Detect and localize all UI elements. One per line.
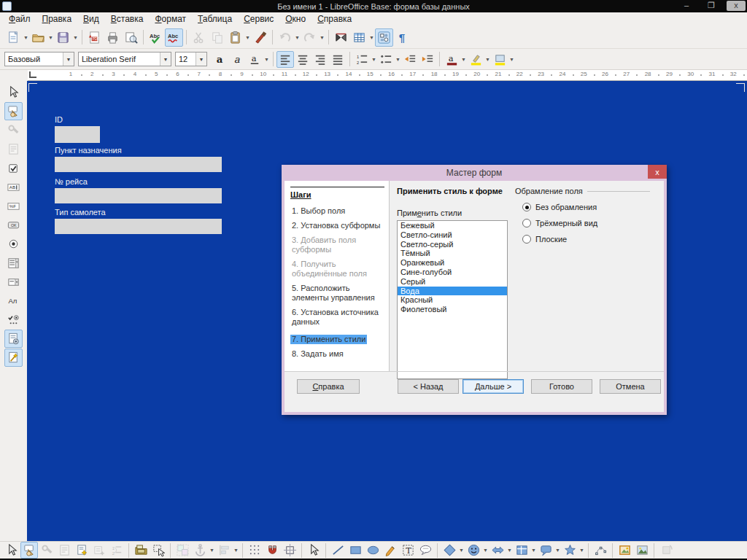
paragraph-style-combo[interactable]: Базовый ▼ [4, 52, 74, 66]
chevron-down-icon[interactable]: ▼ [63, 52, 74, 66]
italic-icon[interactable]: a [228, 51, 246, 68]
next-button[interactable]: Дальше > [462, 379, 524, 394]
menu-вставка[interactable]: Вставка [105, 13, 150, 26]
snap-to-grid-icon[interactable] [263, 542, 281, 559]
check-box-icon[interactable] [4, 159, 23, 177]
more-controls-icon[interactable] [4, 311, 23, 329]
style-option[interactable]: Светло-синий [398, 230, 507, 240]
new-document-dropdown-arrow[interactable]: ▼ [23, 28, 29, 47]
wizard-step[interactable]: 7. Применить стили [290, 335, 367, 344]
form-text-input[interactable] [55, 126, 100, 143]
style-option-selected[interactable]: Вода [398, 287, 507, 296]
help-button[interactable]: Справка [297, 379, 360, 394]
option-button-icon[interactable] [4, 235, 23, 253]
menu-формат[interactable]: Формат [149, 13, 192, 26]
window-close-button[interactable]: x [727, 1, 746, 11]
print-icon[interactable] [104, 28, 122, 47]
select-icon[interactable] [305, 542, 322, 559]
combo-box-icon[interactable] [4, 273, 23, 291]
font-color-icon[interactable]: a [443, 51, 460, 68]
auto-spellcheck-icon[interactable]: Abc [165, 28, 183, 47]
insert-table-icon[interactable] [350, 28, 368, 47]
label-field-icon[interactable]: Aл [4, 292, 23, 310]
finish-button[interactable]: Готово [531, 379, 592, 394]
cancel-button[interactable]: Отмена [600, 379, 661, 394]
edit-points-icon[interactable] [592, 542, 609, 559]
block-arrows-dropdown-arrow[interactable]: ▼ [506, 541, 513, 559]
style-option[interactable]: Серый [398, 277, 507, 287]
insert-table-dropdown-arrow[interactable]: ▼ [368, 28, 375, 47]
new-document-icon[interactable] [4, 28, 23, 47]
print-preview-icon[interactable] [122, 28, 140, 47]
position-and-size-icon[interactable] [150, 542, 167, 559]
wizard-step[interactable]: 6. Установка источника данных [290, 308, 384, 327]
formatted-field-icon[interactable]: %F [4, 197, 23, 215]
wizards-on-off-icon[interactable] [4, 349, 23, 367]
save-dropdown-arrow[interactable]: ▼ [72, 28, 79, 47]
rectangle-icon[interactable] [347, 542, 364, 559]
line-icon[interactable] [329, 542, 347, 559]
style-option[interactable]: Светло-серый [398, 240, 507, 249]
text-box-draw-icon[interactable]: T [399, 542, 417, 559]
insert-image-icon[interactable] [633, 542, 651, 559]
clone-formatting-icon[interactable] [251, 28, 269, 47]
ellipse-icon[interactable] [364, 542, 382, 559]
font-name-combo[interactable]: Liberation Serif ▼ [78, 52, 171, 66]
wizard-step[interactable]: 1. Выбор поля [290, 206, 384, 216]
design-mode-icon[interactable] [4, 102, 23, 120]
gallery-icon[interactable] [332, 28, 350, 47]
form-controls-icon[interactable] [375, 28, 393, 47]
highlight-color-icon[interactable] [467, 51, 484, 68]
font-color-dropdown-arrow[interactable]: ▼ [460, 50, 467, 69]
style-option[interactable]: Сине-голубой [398, 268, 507, 277]
style-option[interactable]: Фиолетовый [398, 305, 507, 314]
font-size-combo[interactable]: 12 ▼ [175, 52, 207, 66]
numbered-list-dropdown-arrow[interactable]: ▼ [371, 50, 377, 69]
style-option[interactable]: Тёмный [398, 249, 507, 258]
bold-icon[interactable]: a [211, 51, 228, 68]
helplines-icon[interactable] [281, 542, 298, 559]
increase-indent-icon[interactable] [419, 51, 436, 68]
open-icon[interactable] [29, 28, 47, 47]
underline-icon[interactable]: a [246, 51, 263, 68]
menu-файл[interactable]: Файл [3, 13, 36, 26]
symbol-shapes-dropdown-arrow[interactable]: ▼ [482, 541, 489, 559]
bullet-list-dropdown-arrow[interactable]: ▼ [395, 50, 401, 69]
callout-ellipse-icon[interactable] [417, 542, 434, 559]
open-dropdown-arrow[interactable]: ▼ [47, 28, 54, 47]
style-option[interactable]: Бежевый [398, 221, 507, 230]
basic-shapes-dropdown-arrow[interactable]: ▼ [458, 541, 465, 559]
bullet-list-icon[interactable] [377, 51, 395, 68]
select-icon[interactable] [3, 542, 20, 559]
menu-справка[interactable]: Справка [311, 13, 357, 26]
chevron-down-icon[interactable]: ▼ [160, 52, 171, 66]
paragraph-background-dropdown-arrow[interactable]: ▼ [508, 50, 515, 69]
form-text-input[interactable] [55, 188, 222, 203]
export-pdf-icon[interactable]: PDF [85, 28, 104, 47]
save-icon[interactable] [54, 28, 72, 47]
underline-dropdown-arrow[interactable]: ▼ [263, 50, 270, 69]
decrease-indent-icon[interactable] [401, 51, 419, 68]
stars-dropdown-arrow[interactable]: ▼ [578, 541, 585, 559]
menu-таблица[interactable]: Таблица [192, 13, 238, 26]
align-justify-icon[interactable] [329, 51, 347, 68]
paste-dropdown-arrow[interactable]: ▼ [244, 28, 251, 47]
menu-окно[interactable]: Окно [279, 13, 311, 26]
stars-icon[interactable] [561, 542, 578, 559]
ruler-indent-marker[interactable] [29, 71, 36, 78]
border-radio-option[interactable]: Трёхмерный вид [515, 219, 650, 228]
callouts-dropdown-arrow[interactable]: ▼ [554, 541, 561, 559]
chevron-down-icon[interactable]: ▼ [196, 52, 206, 66]
highlight-color-dropdown-arrow[interactable]: ▼ [484, 50, 491, 69]
maximize-button[interactable]: ❐ [702, 1, 721, 11]
formatting-marks-icon[interactable]: ¶ [393, 28, 411, 47]
list-box-icon[interactable] [4, 254, 23, 272]
style-option[interactable]: Оранжевый [398, 258, 507, 268]
dialog-title-bar[interactable]: Мастер форм x [282, 165, 667, 181]
form-design-icon[interactable] [4, 330, 23, 348]
radio-button-icon[interactable] [522, 219, 531, 228]
freeform-line-icon[interactable] [382, 542, 399, 559]
flowchart-icon[interactable] [513, 542, 530, 559]
push-button-icon[interactable]: OK [4, 216, 23, 234]
form-navigator-icon[interactable] [73, 542, 90, 559]
